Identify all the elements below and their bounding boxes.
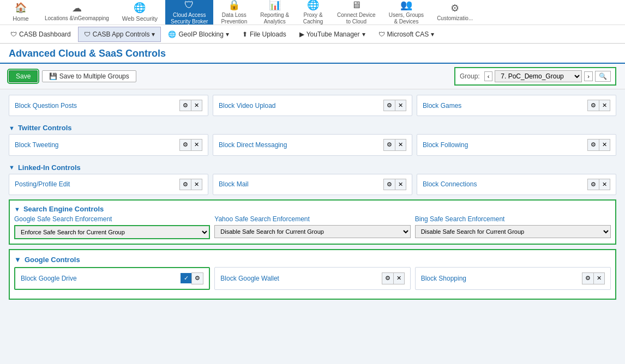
toolbar: Save 💾 Save to Multiple Groups Group: ‹ …: [0, 64, 625, 89]
cloud-icon: ☁: [72, 3, 82, 15]
block-shopping-settings-button[interactable]: ⚙: [582, 272, 593, 284]
group-search-button[interactable]: 🔍: [595, 71, 611, 82]
chart-icon: 📊: [269, 0, 281, 11]
block-video-upload-label[interactable]: Block Video Upload: [219, 102, 276, 110]
block-question-posts-settings-button[interactable]: ⚙: [179, 100, 191, 111]
casb-icon: 🛡: [184, 0, 194, 11]
subnav-microsoft-cas[interactable]: 🛡 Microsoft CAS ▾: [372, 27, 441, 42]
block-following-label[interactable]: Block Following: [423, 141, 468, 149]
google-safe-search-label: Google Safe Search Enforcement: [14, 215, 210, 223]
block-direct-messaging-remove-button[interactable]: ✕: [395, 139, 406, 150]
top-navigation: 🏠 Home ☁ Locations &\nGeomapping 🌐 Web S…: [0, 0, 625, 25]
twitter-chevron-icon: ▼: [9, 125, 15, 131]
subnav-casb-app-controls[interactable]: 🛡 CASB App Controls ▾: [78, 27, 161, 42]
block-video-upload-settings-button[interactable]: ⚙: [383, 100, 395, 111]
block-games-settings-button[interactable]: ⚙: [587, 100, 599, 111]
home-icon: 🏠: [15, 2, 27, 14]
block-google-wallet-remove-button[interactable]: ✕: [393, 272, 405, 284]
control-block-question-posts: Block Question Posts ⚙ ✕: [9, 95, 208, 116]
nav-dlp[interactable]: 🔒 Data Loss Prevention: [215, 0, 253, 25]
block-mail-settings-button[interactable]: ⚙: [383, 179, 395, 190]
appcontrols-icon: 🛡: [84, 31, 91, 38]
group-dropdown[interactable]: 7. PoC_Demo_Group: [495, 70, 582, 82]
block-google-wallet-label[interactable]: Block Google Wallet: [220, 275, 279, 282]
control-block-following: Block Following ⚙ ✕: [417, 134, 616, 155]
google-section-header[interactable]: ▼ Google Controls: [14, 254, 611, 267]
nav-customization[interactable]: ⚙ Customizatio...: [431, 0, 478, 25]
google-controls-section: ▼ Google Controls Block Google Drive ✓ ⚙…: [9, 249, 616, 299]
block-tweeting-label[interactable]: Block Tweeting: [15, 141, 59, 149]
control-block-google-wallet: Block Google Wallet ⚙ ✕: [214, 267, 410, 289]
nav-reporting[interactable]: 📊 Reporting & Analytics: [255, 0, 295, 25]
block-google-drive-check-button[interactable]: ✓: [181, 273, 191, 283]
block-video-upload-remove-button[interactable]: ✕: [395, 100, 406, 111]
nav-connect[interactable]: 🖥 Connect Device to Cloud: [332, 0, 381, 25]
block-google-drive-settings-button[interactable]: ⚙: [191, 272, 203, 284]
yahoo-safe-search-select[interactable]: Enforce Safe Search for Current GroupDis…: [214, 225, 410, 238]
google-safe-search-select[interactable]: Enforce Safe Search for Current GroupDis…: [14, 225, 210, 239]
block-google-drive-label[interactable]: Block Google Drive: [21, 275, 77, 282]
block-mail-label[interactable]: Block Mail: [219, 180, 249, 188]
control-block-video-upload: Block Video Upload ⚙ ✕: [213, 95, 412, 116]
save-to-multiple-groups-button[interactable]: 💾 Save to Multiple Groups: [42, 70, 136, 82]
dropdown-icon: ▾: [226, 31, 229, 38]
block-connections-label[interactable]: Block Connections: [423, 180, 477, 188]
block-direct-messaging-label[interactable]: Block Direct Messaging: [219, 141, 287, 149]
control-block-connections: Block Connections ⚙ ✕: [417, 174, 616, 195]
block-direct-messaging-settings-button[interactable]: ⚙: [383, 139, 395, 150]
group-prev-button[interactable]: ‹: [484, 71, 493, 81]
block-shopping-label[interactable]: Block Shopping: [421, 275, 466, 282]
subnav-geoip[interactable]: 🌐 GeoIP Blocking ▾: [162, 27, 235, 42]
search-engine-controls-section: ▼ Search Engine Controls Google Safe Sea…: [9, 199, 616, 245]
globe-icon: 🌐: [134, 2, 146, 14]
block-question-posts-label[interactable]: Block Question Posts: [15, 102, 77, 110]
block-direct-messaging-actions: ⚙ ✕: [383, 139, 406, 150]
nav-home[interactable]: 🏠 Home: [4, 0, 37, 25]
microsoft-icon: 🛡: [378, 31, 385, 38]
subnav-file-uploads[interactable]: ⬆ File Uploads: [236, 27, 292, 42]
block-following-remove-button[interactable]: ✕: [599, 139, 610, 150]
block-google-wallet-settings-button[interactable]: ⚙: [382, 272, 393, 284]
geoip-icon: 🌐: [168, 31, 176, 38]
posting-profile-edit-label[interactable]: Posting/Profile Edit: [15, 180, 70, 188]
quora-controls-grid: Block Question Posts ⚙ ✕ Block Video Upl…: [9, 95, 616, 116]
block-games-remove-button[interactable]: ✕: [599, 100, 610, 111]
control-block-tweeting: Block Tweeting ⚙ ✕: [9, 134, 208, 155]
posting-profile-remove-button[interactable]: ✕: [191, 179, 202, 190]
control-block-direct-messaging: Block Direct Messaging ⚙ ✕: [213, 134, 412, 155]
block-tweeting-settings-button[interactable]: ⚙: [179, 139, 191, 150]
block-games-actions: ⚙ ✕: [587, 100, 610, 111]
block-connections-settings-button[interactable]: ⚙: [587, 179, 599, 190]
linkedin-controls-section-header[interactable]: ▼ Linked-In Controls: [9, 160, 616, 174]
google-chevron-icon: ▼: [14, 256, 21, 264]
block-following-settings-button[interactable]: ⚙: [587, 139, 599, 150]
block-mail-remove-button[interactable]: ✕: [395, 179, 406, 190]
nav-users[interactable]: 👥 Users, Groups & Devices: [383, 0, 429, 25]
subnav-youtube[interactable]: ▶ YouTube Manager ▾: [293, 27, 371, 42]
block-games-label[interactable]: Block Games: [423, 102, 461, 110]
search-engine-section-header[interactable]: ▼ Search Engine Controls: [14, 205, 611, 215]
bing-safe-search-select[interactable]: Enforce Safe Search for Current GroupDis…: [415, 225, 611, 238]
search-engine-chevron-icon: ▼: [14, 206, 20, 213]
block-question-posts-remove-button[interactable]: ✕: [191, 100, 202, 111]
subnav-casb-dashboard[interactable]: 🛡 CASB Dashboard: [4, 27, 77, 42]
twitter-controls-section-header[interactable]: ▼ Twitter Controls: [9, 120, 616, 134]
save-multi-icon: 💾: [49, 72, 57, 80]
nav-websecurity[interactable]: 🌐 Web Security: [117, 0, 163, 25]
block-google-drive-actions: ✓ ⚙: [181, 272, 203, 284]
sub-navigation: 🛡 CASB Dashboard 🛡 CASB App Controls ▾ 🌐…: [0, 25, 625, 44]
nav-locations[interactable]: ☁ Locations &\nGeomapping: [39, 0, 115, 25]
block-video-upload-actions: ⚙ ✕: [383, 100, 406, 111]
block-shopping-remove-button[interactable]: ✕: [593, 272, 605, 284]
nav-casb[interactable]: 🛡 Cloud Access Security Broker: [165, 0, 213, 25]
block-tweeting-remove-button[interactable]: ✕: [191, 139, 202, 150]
control-block-google-drive: Block Google Drive ✓ ⚙: [14, 267, 210, 289]
dropdown-icon: ▾: [431, 31, 434, 38]
save-button[interactable]: Save: [9, 70, 38, 82]
linkedin-controls-grid: Posting/Profile Edit ⚙ ✕ Block Mail ⚙ ✕ …: [9, 174, 616, 195]
nav-proxy[interactable]: 🌐 Proxy & Caching: [297, 0, 329, 25]
google-controls-grid: Block Google Drive ✓ ⚙ Block Google Wall…: [14, 267, 611, 289]
posting-profile-settings-button[interactable]: ⚙: [179, 179, 191, 190]
block-connections-remove-button[interactable]: ✕: [599, 179, 610, 190]
group-next-button[interactable]: ›: [584, 71, 593, 81]
